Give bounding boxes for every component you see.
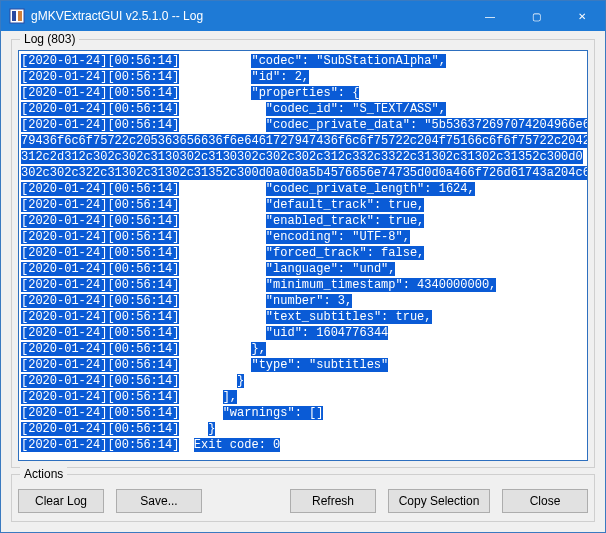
minimize-icon: — xyxy=(485,11,495,22)
window-controls: — ▢ ✕ xyxy=(467,1,605,31)
log-line: [2020-01-24][00:56:14] } xyxy=(21,373,587,389)
log-body: "type": "subtitles" xyxy=(251,358,388,372)
save-button[interactable]: Save... xyxy=(116,489,202,513)
log-textarea[interactable]: [2020-01-24][00:56:14] "codec": "SubStat… xyxy=(21,53,587,458)
log-exit: Exit code: 0 xyxy=(194,438,280,452)
log-overflow: 312c2d312c302c302c3130302c3130302c302c30… xyxy=(21,150,583,164)
log-body: ], xyxy=(223,390,237,404)
log-line: [2020-01-24][00:56:14] } xyxy=(21,421,587,437)
actions-groupbox: Actions Clear Log Save... Refresh Copy S… xyxy=(11,474,595,522)
log-body: "number": 3, xyxy=(266,294,352,308)
svg-rect-2 xyxy=(18,11,22,21)
maximize-button[interactable]: ▢ xyxy=(513,1,559,31)
log-timestamp: [2020-01-24][00:56:14] xyxy=(21,374,179,388)
log-timestamp: [2020-01-24][00:56:14] xyxy=(21,198,179,212)
log-line: [2020-01-24][00:56:14] }, xyxy=(21,341,587,357)
log-line: [2020-01-24][00:56:14] "default_track": … xyxy=(21,197,587,213)
log-timestamp: [2020-01-24][00:56:14] xyxy=(21,438,179,452)
log-line: [2020-01-24][00:56:14] "language": "und"… xyxy=(21,261,587,277)
refresh-button[interactable]: Refresh xyxy=(290,489,376,513)
log-timestamp: [2020-01-24][00:56:14] xyxy=(21,262,179,276)
log-line: [2020-01-24][00:56:14] "codec_id": "S_TE… xyxy=(21,101,587,117)
log-body: } xyxy=(208,422,215,436)
log-timestamp: [2020-01-24][00:56:14] xyxy=(21,54,179,68)
log-body: "id": 2, xyxy=(251,70,309,84)
log-line: [2020-01-24][00:56:14] "properties": { xyxy=(21,85,587,101)
app-icon xyxy=(9,8,25,24)
log-body: } xyxy=(237,374,244,388)
log-line: [2020-01-24][00:56:14] "codec_private_le… xyxy=(21,181,587,197)
close-button[interactable]: Close xyxy=(502,489,588,513)
button-spacer xyxy=(214,489,278,513)
log-timestamp: [2020-01-24][00:56:14] xyxy=(21,278,179,292)
log-timestamp: [2020-01-24][00:56:14] xyxy=(21,294,179,308)
log-count: 803 xyxy=(51,32,71,46)
log-timestamp: [2020-01-24][00:56:14] xyxy=(21,310,179,324)
log-timestamp: [2020-01-24][00:56:14] xyxy=(21,326,179,340)
log-timestamp: [2020-01-24][00:56:14] xyxy=(21,230,179,244)
log-timestamp: [2020-01-24][00:56:14] xyxy=(21,422,179,436)
log-line: [2020-01-24][00:56:14] "enabled_track": … xyxy=(21,213,587,229)
log-timestamp: [2020-01-24][00:56:14] xyxy=(21,118,179,132)
log-line: [2020-01-24][00:56:14] Exit code: 0 xyxy=(21,437,587,453)
log-line: [2020-01-24][00:56:14] "minimum_timestam… xyxy=(21,277,587,293)
log-body: "codec": "SubStationAlpha", xyxy=(251,54,445,68)
log-body: "text_subtitles": true, xyxy=(266,310,432,324)
log-line: [2020-01-24][00:56:14] "uid": 1604776344 xyxy=(21,325,587,341)
log-timestamp: [2020-01-24][00:56:14] xyxy=(21,70,179,84)
log-body: "default_track": true, xyxy=(266,198,424,212)
actions-legend: Actions xyxy=(20,467,67,481)
maximize-icon: ▢ xyxy=(532,11,541,22)
log-viewport: [2020-01-24][00:56:14] "codec": "SubStat… xyxy=(18,50,588,461)
client-area: Log (803) [2020-01-24][00:56:14] "codec"… xyxy=(1,31,605,532)
log-body: "codec_private_data": "5b536372697074204… xyxy=(266,118,587,132)
log-timestamp: [2020-01-24][00:56:14] xyxy=(21,102,179,116)
log-overflow: 79436f6c6f75722c205363656636f6e646172794… xyxy=(21,134,587,148)
log-line: [2020-01-24][00:56:14] "text_subtitles":… xyxy=(21,309,587,325)
log-body: "enabled_track": true, xyxy=(266,214,424,228)
close-icon: ✕ xyxy=(578,11,586,22)
log-timestamp: [2020-01-24][00:56:14] xyxy=(21,390,179,404)
log-timestamp: [2020-01-24][00:56:14] xyxy=(21,342,179,356)
clear-log-button[interactable]: Clear Log xyxy=(18,489,104,513)
copy-selection-button[interactable]: Copy Selection xyxy=(388,489,490,513)
log-line: [2020-01-24][00:56:14] "codec": "SubStat… xyxy=(21,53,587,69)
log-timestamp: [2020-01-24][00:56:14] xyxy=(21,358,179,372)
log-line: [2020-01-24][00:56:14] ], xyxy=(21,389,587,405)
log-line: 79436f6c6f75722c205363656636f6e646172794… xyxy=(21,133,587,149)
log-line: [2020-01-24][00:56:14] "codec_private_da… xyxy=(21,117,587,133)
log-body: "forced_track": false, xyxy=(266,246,424,260)
log-body: "properties": { xyxy=(251,86,359,100)
log-line: [2020-01-24][00:56:14] "number": 3, xyxy=(21,293,587,309)
log-line: [2020-01-24][00:56:14] "id": 2, xyxy=(21,69,587,85)
log-legend-suffix: ) xyxy=(71,32,75,46)
log-body: "codec_private_length": 1624, xyxy=(266,182,475,196)
log-timestamp: [2020-01-24][00:56:14] xyxy=(21,86,179,100)
svg-rect-1 xyxy=(12,11,16,21)
actions-row: Clear Log Save... Refresh Copy Selection… xyxy=(18,489,588,513)
log-line: [2020-01-24][00:56:14] "forced_track": f… xyxy=(21,245,587,261)
log-legend: Log (803) xyxy=(20,32,79,46)
log-timestamp: [2020-01-24][00:56:14] xyxy=(21,214,179,228)
log-body: "minimum_timestamp": 4340000000, xyxy=(266,278,496,292)
log-body: "uid": 1604776344 xyxy=(266,326,388,340)
log-line: 312c2d312c302c302c3130302c3130302c302c30… xyxy=(21,149,587,165)
log-groupbox: Log (803) [2020-01-24][00:56:14] "codec"… xyxy=(11,39,595,468)
window-title: gMKVExtractGUI v2.5.1.0 -- Log xyxy=(31,9,467,23)
log-body: "language": "und", xyxy=(266,262,396,276)
titlebar[interactable]: gMKVExtractGUI v2.5.1.0 -- Log — ▢ ✕ xyxy=(1,1,605,31)
log-body: "encoding": "UTF-8", xyxy=(266,230,410,244)
close-window-button[interactable]: ✕ xyxy=(559,1,605,31)
minimize-button[interactable]: — xyxy=(467,1,513,31)
log-line: [2020-01-24][00:56:14] "warnings": [] xyxy=(21,405,587,421)
log-timestamp: [2020-01-24][00:56:14] xyxy=(21,182,179,196)
log-line: 302c302c322c31302c31302c31352c300d0a0d0a… xyxy=(21,165,587,181)
log-timestamp: [2020-01-24][00:56:14] xyxy=(21,406,179,420)
log-overflow: 302c302c322c31302c31302c31352c300d0a0d0a… xyxy=(21,166,587,180)
app-window: gMKVExtractGUI v2.5.1.0 -- Log — ▢ ✕ Log… xyxy=(0,0,606,533)
log-line: [2020-01-24][00:56:14] "type": "subtitle… xyxy=(21,357,587,373)
log-legend-prefix: Log ( xyxy=(24,32,51,46)
log-body: "warnings": [] xyxy=(223,406,324,420)
log-line: [2020-01-24][00:56:14] "encoding": "UTF-… xyxy=(21,229,587,245)
log-timestamp: [2020-01-24][00:56:14] xyxy=(21,246,179,260)
